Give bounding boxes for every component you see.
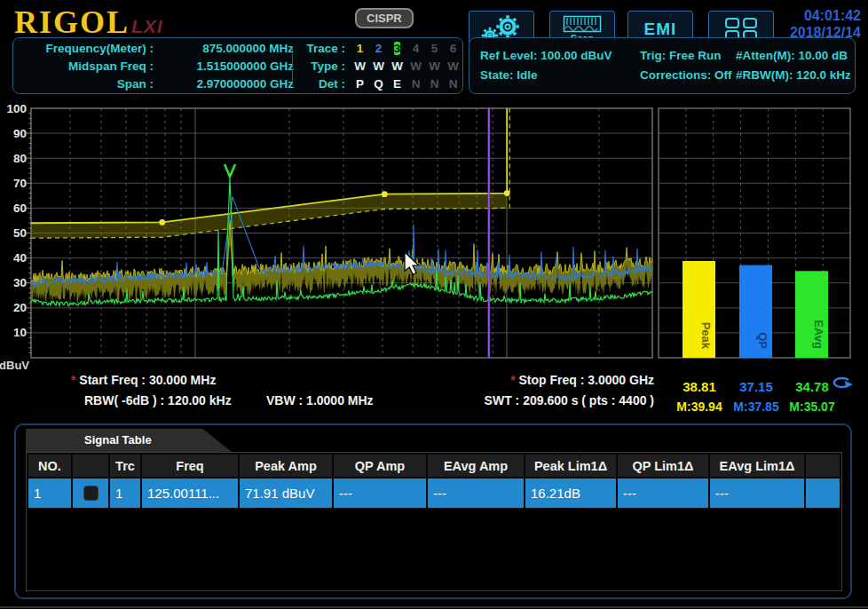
trace-label: Trace : <box>299 40 345 58</box>
trace-3-active[interactable]: 3 <box>394 42 401 55</box>
trig-corrections-col: Trig: Free Run Corrections: Off <box>640 46 732 85</box>
span-label: Span : <box>20 75 154 93</box>
col-select <box>72 454 109 478</box>
rigol-logo: RIGOL <box>14 4 130 41</box>
y-tick-label: 30 <box>13 276 27 289</box>
type-5: W <box>425 58 444 75</box>
midspan-freq-row: Midspan Freq : 1.515000000 GHz <box>20 58 287 75</box>
span-value: 2.970000000 GHz <box>155 75 294 93</box>
col-eavg-amp: EAvg Amp <box>427 454 525 478</box>
y-tick-label: 50 <box>13 226 27 240</box>
det-2: Q <box>369 75 388 93</box>
type-label: Type : <box>299 58 345 75</box>
midspan-freq-label: Midspan Freq : <box>20 58 154 75</box>
stop-freq-text: Stop Freq : 3.0000 GHz <box>519 373 654 387</box>
frequency-meter-row: Frequency(Meter) : 875.000000 MHz <box>20 40 287 58</box>
screen-bottom-edge <box>0 606 868 608</box>
signal-table-wrap: NO. Trc Freq Peak Amp QP Amp EAvg Amp Pe… <box>26 452 842 591</box>
trace-6[interactable]: 6 <box>444 40 462 58</box>
stop-freq-label: * Stop Freq : 3.0000 GHz <box>479 373 654 387</box>
y-tick-label: 80 <box>13 152 27 165</box>
span-row: Span : 2.970000000 GHz <box>20 75 287 93</box>
frequency-meter-value: 875.000000 MHz <box>155 40 294 58</box>
clock-time: 04:01:42 <box>790 7 861 24</box>
col-freq: Freq <box>141 454 239 478</box>
trace-type-row: Type : W W W W W W <box>299 58 462 75</box>
eavg-meter-max: M:35.07 <box>784 399 840 414</box>
state: State: Idle <box>480 66 612 85</box>
det-5: N <box>425 75 444 93</box>
col-no: NO. <box>28 454 72 478</box>
clock: 04:01:42 2018/12/14 <box>790 7 861 41</box>
col-trc: Trc <box>109 454 141 478</box>
eavg-bar-label: EAvg <box>812 320 825 349</box>
trace-select-row: Trace : 1 2 3 4 5 6 <box>299 40 462 58</box>
rbw-label: RBW( -6dB ) : 120.00 kHz <box>84 393 232 407</box>
cispr-button[interactable]: CISPR <box>355 8 414 28</box>
cell-qp-amp: --- <box>333 478 427 509</box>
vbw-label: VBW : 1.0000 MHz <box>266 393 374 407</box>
start-freq-marker: * <box>71 373 75 387</box>
y-axis-unit: dBuV <box>0 359 29 372</box>
qp-bar-label: QP <box>756 332 769 349</box>
trace-4[interactable]: 4 <box>406 40 425 58</box>
lxi-badge: LXI <box>131 16 163 37</box>
signal-table-tab[interactable]: Signal Table <box>26 429 232 452</box>
col-filler <box>805 454 840 478</box>
col-qp-lim: QP Lim1Δ <box>617 454 709 478</box>
signal-table-panel: Signal Table NO. Trc Freq Peak Amp QP Am… <box>14 423 852 599</box>
det-6: N <box>444 75 462 93</box>
y-tick-label: 70 <box>13 177 27 190</box>
y-tick-label: 40 <box>13 251 27 265</box>
cell-select <box>72 478 109 509</box>
start-freq-text: Start Freq : 30.000 MHz <box>79 373 216 387</box>
type-3: W <box>388 58 406 75</box>
det-3: E <box>388 75 406 93</box>
instrument-screen: RIGOL LXI CISPR Scan EMI 0 <box>0 0 868 609</box>
atten-rbw-col: #Atten(M): 10.00 dB #RBW(M): 120.0 kHz <box>736 46 851 85</box>
signal-table: NO. Trc Freq Peak Amp QP Amp EAvg Amp Pe… <box>27 453 841 510</box>
y-tick-label: 10 <box>13 326 27 339</box>
measure-settings-panel: Ref Level: 100.00 dBuV State: Idle Trig:… <box>469 37 856 94</box>
col-qp-amp: QP Amp <box>333 454 427 478</box>
cell-qp-lim: --- <box>617 478 709 509</box>
type-2: W <box>369 58 388 75</box>
cell-eavg-lim: --- <box>709 478 805 509</box>
col-peak-lim: Peak Lim1Δ <box>525 454 617 478</box>
cell-peak-lim: 16.21dB <box>525 478 617 509</box>
spectrum-display[interactable]: 100908070605040302010dBuVPeakQPEAvg <box>0 99 868 375</box>
scan-waveform-icon <box>563 15 602 35</box>
swt-label: SWT : 209.600 s ( pts : 4400 ) <box>426 393 654 407</box>
det-1: P <box>351 75 369 93</box>
peak-meter-max: M:39.94 <box>671 399 728 414</box>
col-eavg-lim: EAvg Lim1Δ <box>709 454 805 478</box>
col-peak-amp: Peak Amp <box>239 454 333 478</box>
cell-trc: 1 <box>109 478 141 509</box>
type-6: W <box>444 58 462 75</box>
frequency-settings-panel: Frequency(Meter) : 875.000000 MHz Midspa… <box>12 37 463 94</box>
midspan-freq-value: 1.515000000 GHz <box>155 58 294 75</box>
peak-bar-label: Peak <box>699 322 713 350</box>
detector-row: Det : P Q E N N N <box>299 75 462 93</box>
ref-level: Ref Level: 100.00 dBuV <box>480 46 612 66</box>
qp-meter-max: M:37.85 <box>728 399 785 414</box>
trace-2[interactable]: 2 <box>369 40 388 58</box>
type-4: W <box>406 58 425 75</box>
peak-meter-value: 38.81 <box>671 379 728 394</box>
qp-meter-value: 37.15 <box>728 379 785 394</box>
y-tick-label: 100 <box>6 102 27 115</box>
cell-eavg-amp: --- <box>427 478 525 509</box>
emi-button-label: EMI <box>644 20 677 39</box>
trace-1[interactable]: 1 <box>351 40 369 58</box>
continuous-measure-icon[interactable] <box>829 374 854 392</box>
row-select-checkbox[interactable] <box>83 486 99 501</box>
frequency-meter-label: Frequency(Meter) : <box>20 40 154 58</box>
rbw-meter: #RBW(M): 120.0 kHz <box>736 66 851 85</box>
signal-table-header: NO. Trc Freq Peak Amp QP Amp EAvg Amp Pe… <box>28 454 840 478</box>
cell-peak-amp: 71.91 dBuV <box>239 478 333 509</box>
det-label: Det : <box>299 75 345 93</box>
stop-freq-marker: * <box>510 373 515 387</box>
table-row[interactable]: 1 1 125.00111... 71.91 dBuV --- --- 16.2… <box>28 478 840 509</box>
trace-5[interactable]: 5 <box>425 40 444 58</box>
det-4: N <box>406 75 425 93</box>
